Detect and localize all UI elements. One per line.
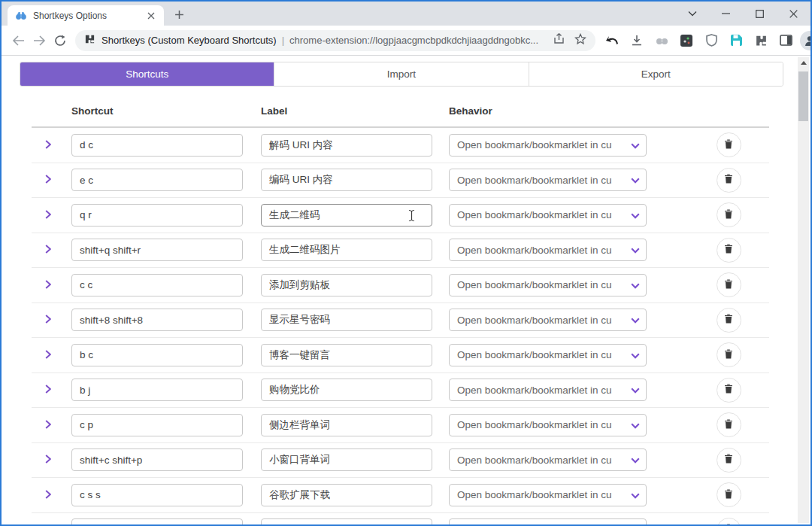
- browser-tab[interactable]: Shortkeys Options: [8, 5, 164, 26]
- back-icon[interactable]: [8, 30, 29, 51]
- label-input[interactable]: [261, 484, 432, 506]
- tab-shortcuts[interactable]: Shortcuts: [20, 62, 274, 86]
- label-input[interactable]: [261, 518, 432, 524]
- label-input[interactable]: [261, 414, 432, 436]
- shortcut-input[interactable]: [71, 134, 243, 157]
- extension-puzzle-icon: [84, 33, 95, 47]
- chevron-down-icon: [631, 208, 640, 222]
- behavior-select[interactable]: Open bookmark/bookmarklet in cu: [449, 274, 647, 296]
- shortcut-input[interactable]: [71, 309, 243, 331]
- label-input[interactable]: [261, 344, 432, 366]
- shield-extension-icon[interactable]: [701, 30, 722, 51]
- behavior-select[interactable]: Open bookmark/bookmarklet in cu: [449, 518, 647, 524]
- shortkeys-extension-icon[interactable]: [651, 30, 672, 51]
- expand-row-button[interactable]: [32, 208, 71, 222]
- label-input[interactable]: [261, 239, 432, 261]
- shortcut-input[interactable]: [71, 239, 243, 261]
- share-icon[interactable]: [553, 33, 565, 47]
- behavior-select[interactable]: Open bookmark/bookmarklet in cu: [449, 309, 647, 331]
- delete-row-button[interactable]: [717, 518, 741, 524]
- delete-row-button[interactable]: [717, 448, 741, 473]
- tab-export[interactable]: Export: [529, 62, 783, 86]
- behavior-select[interactable]: Open bookmark/bookmarklet in cu: [449, 379, 647, 401]
- reload-icon[interactable]: [50, 30, 71, 51]
- delete-row-button[interactable]: [717, 342, 741, 367]
- shortcut-input[interactable]: [71, 448, 243, 471]
- table-row: Open bookmark/bookmarklet in cu: [32, 338, 769, 373]
- page-tabs: Shortcuts Import Export: [20, 62, 783, 87]
- delete-row-button[interactable]: [717, 168, 741, 193]
- expand-row-button[interactable]: [32, 243, 71, 257]
- shortcut-input[interactable]: [71, 169, 243, 191]
- label-input[interactable]: [261, 379, 432, 401]
- downloads-icon[interactable]: [626, 30, 647, 51]
- shortcut-input[interactable]: [71, 484, 243, 506]
- chevron-right-icon: [45, 243, 51, 257]
- label-input[interactable]: [261, 448, 432, 471]
- expand-row-button[interactable]: [32, 138, 71, 152]
- gesture-extension-icon[interactable]: [601, 30, 623, 51]
- shortcut-input[interactable]: [71, 414, 243, 436]
- delete-row-button[interactable]: [717, 378, 741, 403]
- chevron-down-icon: [631, 313, 640, 327]
- delete-row-button[interactable]: [717, 482, 741, 507]
- side-panel-icon[interactable]: [775, 30, 796, 51]
- forward-icon[interactable]: [29, 30, 50, 51]
- shortcut-input[interactable]: [71, 518, 243, 524]
- expand-row-button[interactable]: [32, 313, 71, 327]
- behavior-select[interactable]: Open bookmark/bookmarklet in cu: [449, 344, 647, 366]
- bookmark-star-icon[interactable]: [574, 33, 586, 48]
- minimize-icon[interactable]: [709, 2, 743, 26]
- trash-icon: [724, 313, 733, 327]
- save-floppy-extension-icon[interactable]: [726, 30, 747, 51]
- expand-row-button[interactable]: [32, 278, 71, 292]
- behavior-select[interactable]: Open bookmark/bookmarklet in cu: [449, 484, 647, 506]
- behavior-select[interactable]: Open bookmark/bookmarklet in cu: [449, 239, 647, 261]
- vertical-scrollbar[interactable]: [798, 57, 809, 523]
- label-input[interactable]: [261, 309, 432, 331]
- shortcut-input[interactable]: [71, 344, 243, 366]
- shortcut-input[interactable]: [71, 204, 243, 227]
- expand-row-button[interactable]: [32, 418, 71, 432]
- new-tab-button[interactable]: [174, 7, 184, 23]
- tab-search-chevron-icon[interactable]: [675, 2, 709, 26]
- scrollbar-thumb[interactable]: [798, 71, 808, 121]
- options-page: Shortcuts Import Export Shortcut Label B…: [2, 56, 810, 524]
- delete-row-button[interactable]: [717, 238, 741, 263]
- delete-row-button[interactable]: [717, 412, 741, 437]
- behavior-select[interactable]: Open bookmark/bookmarklet in cu: [449, 448, 647, 471]
- behavior-select[interactable]: Open bookmark/bookmarklet in cu: [449, 204, 647, 227]
- behavior-select[interactable]: Open bookmark/bookmarklet in cu: [449, 134, 647, 157]
- dark-extension-icon[interactable]: [676, 30, 697, 51]
- label-input[interactable]: [261, 274, 432, 296]
- behavior-select[interactable]: Open bookmark/bookmarklet in cu: [449, 414, 647, 436]
- close-icon[interactable]: [777, 2, 810, 26]
- shortcut-input[interactable]: [71, 379, 243, 401]
- trash-icon: [724, 523, 733, 524]
- address-bar[interactable]: Shortkeys (Custom Keyboard Shortcuts) | …: [75, 30, 595, 51]
- extensions-puzzle-icon[interactable]: [750, 30, 771, 51]
- maximize-icon[interactable]: [743, 2, 777, 26]
- expand-row-button[interactable]: [32, 383, 71, 397]
- label-input[interactable]: [261, 169, 432, 191]
- chevron-down-icon: [631, 418, 640, 432]
- expand-row-button[interactable]: [32, 173, 71, 187]
- scrollbar-up-arrow-icon[interactable]: [798, 57, 809, 68]
- delete-row-button[interactable]: [717, 132, 741, 157]
- delete-row-button[interactable]: [717, 202, 741, 227]
- behavior-select[interactable]: Open bookmark/bookmarklet in cu: [449, 169, 647, 191]
- tab-strip: Shortkeys Options: [2, 2, 810, 26]
- expand-row-button[interactable]: [32, 348, 71, 362]
- label-input[interactable]: [261, 134, 432, 157]
- table-row: Open bookmark/bookmarklet in cu: [32, 163, 769, 199]
- label-input[interactable]: [261, 204, 432, 227]
- expand-row-button[interactable]: [32, 488, 71, 502]
- tab-close-icon[interactable]: [144, 9, 158, 22]
- delete-row-button[interactable]: [717, 272, 741, 297]
- profile-avatar[interactable]: [800, 31, 812, 50]
- delete-row-button[interactable]: [717, 308, 741, 333]
- tab-import[interactable]: Import: [274, 62, 529, 86]
- expand-row-button[interactable]: [32, 453, 71, 467]
- shortcut-input[interactable]: [71, 274, 243, 296]
- expand-row-button[interactable]: [32, 523, 71, 524]
